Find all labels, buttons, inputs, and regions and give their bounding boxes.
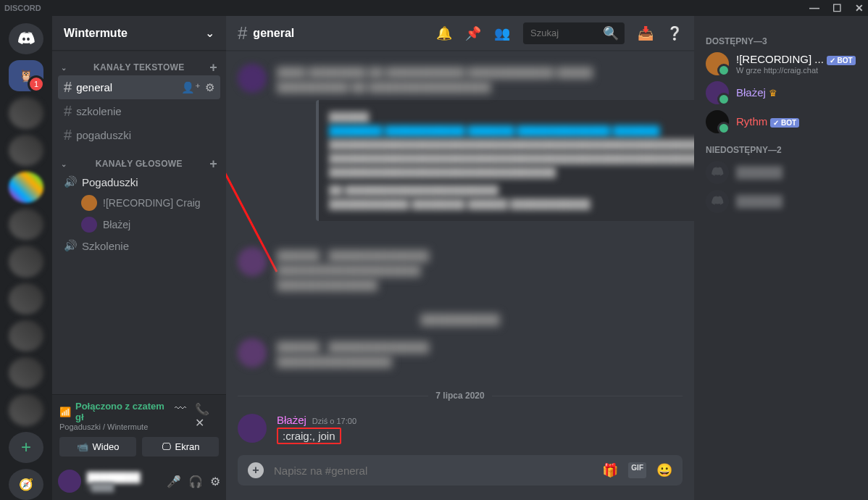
members-category-online: DOSTĘPNY—3 bbox=[700, 28, 862, 49]
avatar[interactable] bbox=[238, 414, 267, 443]
notifications-icon[interactable]: 🔔 bbox=[436, 25, 452, 41]
video-button[interactable]: 📹 Wideo bbox=[59, 437, 136, 457]
voice-channel-pogaduszki[interactable]: 🔊 Pogaduszki bbox=[58, 172, 220, 192]
help-icon[interactable]: ❔ bbox=[667, 25, 683, 41]
chat-header: # general 🔔 📌 👥 🔍 📥 ❔ bbox=[226, 16, 694, 51]
member-blazej[interactable]: Błażej♛ bbox=[700, 78, 862, 107]
emoji-icon[interactable]: 😀 bbox=[656, 462, 672, 478]
avatar bbox=[706, 52, 729, 75]
speaker-icon: 🔊 bbox=[64, 175, 78, 188]
voice-user-name: ![RECORDING] Craig bbox=[103, 197, 201, 209]
server-item[interactable] bbox=[9, 283, 43, 314]
member-name: ██████ bbox=[736, 195, 783, 207]
message: Błażej Dziś o 17:00 :craig:, join bbox=[238, 408, 683, 450]
deafen-icon[interactable]: 🎧 bbox=[188, 475, 203, 488]
channel-label: pogaduszki bbox=[76, 129, 131, 141]
channel-title: general bbox=[253, 27, 436, 40]
avatar bbox=[238, 64, 267, 93]
server-item[interactable] bbox=[9, 135, 43, 166]
avatar bbox=[238, 247, 267, 276]
channel-label: Pogaduszki bbox=[82, 176, 138, 188]
category-text[interactable]: KANAŁY TEKSTOWE + bbox=[58, 51, 220, 75]
bot-tag: ✓ BOT bbox=[770, 118, 799, 128]
avatar[interactable] bbox=[58, 470, 81, 493]
hash-icon: # bbox=[64, 79, 72, 96]
avatar bbox=[706, 190, 729, 213]
voice-user-craig[interactable]: ![RECORDING] Craig bbox=[58, 192, 220, 214]
server-item[interactable] bbox=[9, 209, 43, 240]
settings-icon[interactable]: ⚙ bbox=[210, 475, 220, 488]
member-name: ![RECORDING] ... bbox=[736, 53, 824, 65]
voice-user-blazej[interactable]: Błażej bbox=[58, 214, 220, 236]
member-status: W grze http://craig.chat bbox=[736, 66, 856, 75]
avatar bbox=[81, 217, 97, 233]
search-box[interactable]: 🔍 bbox=[523, 22, 625, 44]
pinned-icon[interactable]: 📌 bbox=[465, 25, 481, 41]
server-item[interactable] bbox=[9, 97, 43, 128]
member-offline[interactable]: ██████ bbox=[700, 158, 862, 187]
attach-button[interactable]: + bbox=[248, 462, 264, 478]
server-item[interactable] bbox=[9, 246, 43, 277]
window-maximize[interactable]: ☐ bbox=[832, 2, 842, 14]
server-rail: 🦉 + 🧭 bbox=[0, 16, 52, 500]
window-minimize[interactable]: — bbox=[809, 2, 819, 14]
voice-status: 📶 Połączono z czatem gł bbox=[59, 401, 175, 422]
channel-general[interactable]: # general 👤⁺ ⚙ bbox=[58, 75, 220, 99]
app-brand: DISCORD bbox=[4, 4, 41, 12]
server-wintermute[interactable]: 🦉 bbox=[9, 60, 43, 91]
gear-icon[interactable]: ⚙ bbox=[205, 81, 214, 94]
message-text: :craig:, join bbox=[277, 428, 341, 444]
server-item[interactable] bbox=[9, 394, 43, 425]
chevron-down-icon: ⌄ bbox=[205, 26, 214, 40]
avatar bbox=[238, 338, 267, 367]
message-author[interactable]: Błażej bbox=[277, 414, 306, 426]
voice-channel-szkolenie[interactable]: 🔊 Szkolenie bbox=[58, 236, 220, 256]
server-item[interactable] bbox=[9, 172, 43, 203]
avatar bbox=[706, 110, 729, 133]
add-channel-button[interactable]: + bbox=[209, 63, 217, 72]
member-offline[interactable]: ██████ bbox=[700, 187, 862, 216]
mute-icon[interactable]: 🎤 bbox=[167, 475, 181, 488]
category-voice[interactable]: KANAŁY GŁOSOWE + bbox=[58, 147, 220, 172]
screen-share-button[interactable]: 🖵 Ekran bbox=[142, 437, 219, 457]
voice-connection-panel: 📶 Połączono z czatem gł Pogaduszki / Win… bbox=[52, 394, 226, 462]
add-channel-button[interactable]: + bbox=[209, 159, 217, 168]
window-close[interactable]: ✕ bbox=[855, 2, 864, 14]
server-item[interactable] bbox=[9, 357, 43, 388]
owner-crown-icon: ♛ bbox=[769, 88, 777, 99]
channel-szkolenie[interactable]: # szkolenie bbox=[58, 99, 220, 123]
explore-button[interactable]: 🧭 bbox=[9, 469, 43, 500]
hash-icon: # bbox=[64, 103, 72, 120]
category-label: KANAŁY GŁOSOWE bbox=[96, 159, 183, 169]
channel-pogaduszki[interactable]: # pogaduszki bbox=[58, 123, 220, 147]
avatar bbox=[706, 161, 729, 184]
avatar bbox=[81, 195, 97, 211]
disconnect-icon[interactable]: 📞✕ bbox=[195, 402, 219, 430]
gift-icon[interactable]: 🎁 bbox=[602, 462, 618, 478]
noise-suppression-icon[interactable]: 〰 bbox=[175, 402, 186, 430]
add-server-button[interactable]: + bbox=[9, 432, 43, 463]
voice-sub: Pogaduszki / Wintermute bbox=[59, 422, 175, 431]
server-item[interactable] bbox=[9, 320, 43, 351]
inbox-icon[interactable]: 📥 bbox=[638, 25, 654, 41]
speaker-icon: 🔊 bbox=[64, 239, 78, 252]
members-toggle-icon[interactable]: 👥 bbox=[494, 25, 510, 41]
member-name: ██████ bbox=[736, 166, 783, 178]
message-input[interactable] bbox=[272, 464, 593, 478]
search-input[interactable] bbox=[529, 27, 598, 39]
invite-icon[interactable]: 👤⁺ bbox=[181, 81, 201, 94]
gif-button[interactable]: GIF bbox=[628, 462, 646, 478]
message-input-box[interactable]: + 🎁 GIF 😀 bbox=[238, 455, 683, 486]
server-header[interactable]: Wintermute ⌄ bbox=[52, 16, 226, 51]
avatar bbox=[706, 81, 729, 104]
screen-icon: 🖵 bbox=[162, 441, 171, 452]
home-button[interactable] bbox=[9, 23, 43, 54]
signal-icon: 📶 bbox=[59, 407, 71, 417]
member-rythm[interactable]: Rythm✓ BOT bbox=[700, 107, 862, 136]
member-craig[interactable]: ![RECORDING] ...✓ BOT W grze http://crai… bbox=[700, 49, 862, 78]
channel-label: general bbox=[76, 81, 112, 93]
member-name: Rythm bbox=[736, 115, 767, 128]
hash-icon: # bbox=[238, 23, 247, 43]
message-list[interactable]: ████ ████████ ██ ███████████ ███████████… bbox=[226, 51, 694, 455]
members-list: DOSTĘPNY—3 ![RECORDING] ...✓ BOT W grze … bbox=[694, 16, 868, 500]
